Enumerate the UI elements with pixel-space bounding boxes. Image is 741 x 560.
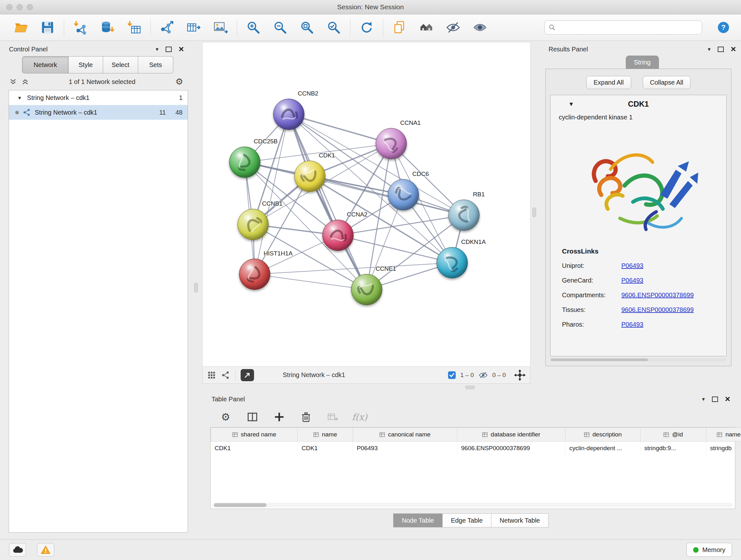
maximize-panel-icon[interactable] [712,396,718,402]
selected-checkbox-icon[interactable] [448,371,456,379]
status-bar: Memory [0,539,741,560]
node-label-rb1: RB1 [473,191,485,198]
horizontal-splitter[interactable] [465,386,475,389]
network-node-ccnb2[interactable] [273,99,305,130]
expand-all-icon[interactable] [22,78,29,85]
collapse-all-button[interactable]: Collapse All [643,76,691,89]
refresh-button[interactable] [357,17,376,37]
close-panel-icon[interactable]: × [731,45,736,54]
column-header-database-identifier[interactable]: database identifier [457,428,565,442]
crosslink-link[interactable]: 9606.ENSP00000378699 [621,292,694,299]
search-box[interactable] [544,20,702,35]
zoom-fit-button[interactable] [298,17,316,37]
network-node-cdc25b[interactable] [229,146,260,178]
crosslink-link[interactable]: 9606.ENSP00000378699 [621,306,694,314]
cloud-button[interactable] [9,543,26,557]
tab-select[interactable]: Select [103,56,138,73]
table-horizontal-scrollbar[interactable] [212,503,733,507]
crosshair-icon[interactable] [514,369,526,381]
node-table[interactable]: shared namenamecanonical namedatabase id… [210,427,735,509]
scrollbar-thumb[interactable] [551,359,648,361]
network-node-rb1[interactable] [448,199,480,231]
crosslink-link[interactable]: P06493 [621,321,643,328]
import-network-file-button[interactable] [71,17,90,37]
open-session-button[interactable] [11,17,30,37]
network-node-ccne1[interactable] [351,274,382,305]
crosslink-link[interactable]: P06493 [621,262,643,269]
maximize-panel-icon[interactable] [718,47,724,52]
crosslink-link[interactable]: P06493 [621,277,643,284]
share-view-icon[interactable] [221,371,230,380]
table-row[interactable]: CDK1CDK1P064939606.ENSP00000378699cyclin… [211,442,741,455]
column-header-shared-name[interactable]: shared name [211,428,298,442]
birdseye-toggle-button[interactable] [241,369,254,381]
network-node-ccna1[interactable] [376,128,407,159]
close-window-button[interactable] [6,4,12,10]
network-collection-row[interactable]: ▼ String Network – cdk1 1 [9,90,188,105]
vertical-splitter-left[interactable] [194,283,198,293]
import-network-database-button[interactable] [98,17,117,37]
export-image-button[interactable] [211,17,230,37]
maximize-window-button[interactable] [27,4,33,10]
show-columns-icon[interactable] [246,410,259,424]
expand-all-button[interactable]: Expand All [586,76,631,89]
network-node-ccna2[interactable] [322,220,354,251]
close-panel-icon[interactable]: × [725,395,730,403]
network-node-cdc6[interactable] [388,179,419,210]
maximize-panel-icon[interactable] [165,47,172,52]
search-input[interactable] [559,23,698,31]
column-header-name[interactable]: name [298,428,353,442]
network-canvas[interactable]: CCNB2 CCNA1 CDC25B CDK1 CDC6 RB1 CCNB1 C… [202,42,530,367]
minimize-window-button[interactable] [17,4,23,10]
add-column-icon[interactable] [272,410,286,424]
float-panel-icon[interactable]: ▾ [156,47,158,52]
tab-network[interactable]: Network [22,56,69,73]
table-options-gear-icon[interactable]: ⚙ [219,410,232,424]
warning-button[interactable] [37,543,54,557]
float-panel-icon[interactable]: ▾ [708,47,711,52]
tab-node-table[interactable]: Node Table [393,513,443,527]
column-type-icon [717,432,722,437]
network-node-cdk1[interactable] [294,161,326,192]
zoom-out-button[interactable] [271,17,289,37]
copy-button[interactable] [390,17,409,37]
birdseye-button[interactable] [417,17,435,37]
tab-string[interactable]: String [625,56,659,69]
vertical-splitter-right[interactable] [532,207,536,217]
results-horizontal-scrollbar[interactable] [550,358,727,361]
tab-network-table[interactable]: Network Table [491,513,549,527]
zoom-selected-button[interactable] [325,17,343,37]
grid-view-icon[interactable] [207,371,216,380]
tab-edge-table[interactable]: Edge Table [443,513,491,527]
import-table-button[interactable] [125,17,143,37]
tree-expander-icon[interactable]: ▼ [17,95,22,101]
show-all-button[interactable] [471,17,489,37]
column-header-namespac[interactable]: namespac [706,428,741,442]
column-header--id[interactable]: @id [641,428,706,442]
save-session-button[interactable] [38,17,57,37]
tab-style[interactable]: Style [69,56,103,73]
tab-sets[interactable]: Sets [138,56,173,73]
table-header-row: shared namenamecanonical namedatabase id… [211,428,741,442]
network-node-hist1h1a[interactable] [239,259,270,290]
zoom-in-button[interactable] [244,17,263,37]
network-node-cdkn1a[interactable] [436,247,468,278]
export-table-button[interactable] [185,17,203,37]
network-row-selected[interactable]: String Network – cdk1 11 48 [9,105,188,120]
table-cell: CDK1 [298,442,353,455]
float-panel-icon[interactable]: ▾ [702,396,705,402]
delete-column-trash-icon[interactable] [299,410,313,424]
image-export-icon [213,20,228,35]
network-node-ccnb1[interactable] [238,209,269,240]
close-panel-icon[interactable]: × [179,45,184,54]
export-network-button[interactable] [158,17,176,37]
column-header-canonical-name[interactable]: canonical name [353,428,457,442]
collapse-card-icon[interactable]: ▼ [568,101,574,108]
scrollbar-thumb[interactable] [214,503,266,507]
memory-button[interactable]: Memory [686,543,732,557]
network-options-gear-icon[interactable]: ⚙ [176,78,183,86]
help-button[interactable]: ? [714,17,733,37]
column-header-description[interactable]: description [565,428,641,442]
collapse-all-icon[interactable] [10,78,17,85]
hide-selection-button[interactable] [444,17,462,37]
